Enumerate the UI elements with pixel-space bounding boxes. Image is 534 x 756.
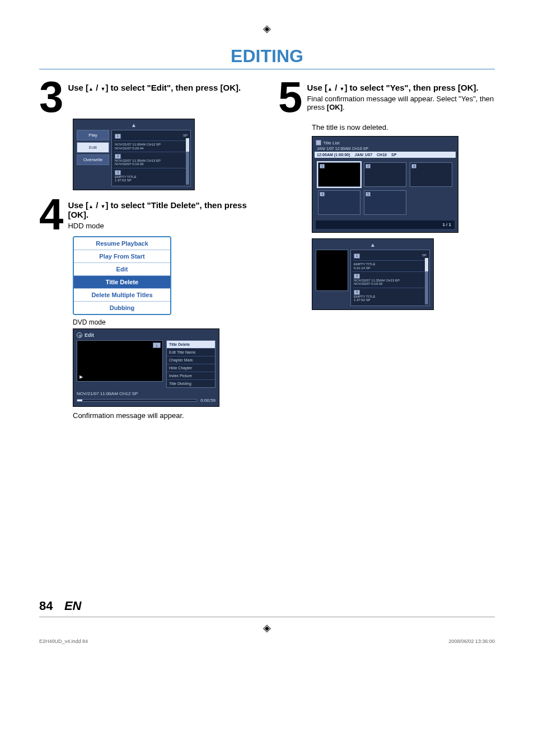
progress-bar[interactable] <box>77 399 197 402</box>
up-triangle-icon: ▲ <box>88 204 93 209</box>
cell-num: 5 <box>366 192 371 196</box>
panel-up-arrow-icon: ▲ <box>316 242 430 248</box>
edit-button[interactable]: Edit <box>77 142 109 153</box>
t: Use [ <box>307 83 327 92</box>
list-icon <box>316 140 321 145</box>
row-a: EMPTY TITLE <box>115 175 188 179</box>
row-num: 1 <box>115 134 121 139</box>
t: CH10 <box>377 153 387 157</box>
list-row[interactable]: 1 SP <box>353 252 428 260</box>
row-a: EMPTY TITLE <box>354 262 427 266</box>
menu-title-delete[interactable]: Title Delete <box>74 275 170 288</box>
row-a: NOV/22/07 11:35AM CH13 EP <box>115 159 188 163</box>
t: . <box>343 103 345 111</box>
preview-index: 1 <box>153 342 161 348</box>
row-num: 3 <box>115 170 121 175</box>
t: Use [ <box>68 200 88 210</box>
registration-mark-top: ◈ <box>39 22 495 35</box>
panel-right-list: 1 SP NOV/21/07 11:00AM CH12 SP NOV/21/07… <box>111 130 191 186</box>
footer: 84 EN <box>39 599 495 613</box>
t: 12:00AM (1:00:00) <box>317 153 350 157</box>
footer-file: E2H40UD_v4.indd 84 <box>39 638 88 644</box>
overwrite-button[interactable]: Overwrite <box>77 154 109 165</box>
t: ] to select "Edit", then press [OK]. <box>105 83 241 92</box>
row-num: 2 <box>354 274 360 279</box>
progress-time: 0:00:59 <box>200 398 216 403</box>
menu-edit[interactable]: Edit <box>74 262 170 275</box>
title-list-meta: JAN/ 1/07 12:00AM CH10 SP <box>315 147 456 151</box>
scrollbar-thumb[interactable] <box>425 258 428 271</box>
dvd-preview: 1 ▶ <box>77 340 163 382</box>
disc-icon <box>77 332 82 338</box>
t: / <box>93 200 101 210</box>
dvd-menu-chapter-mark[interactable]: Chapter Mark <box>167 356 215 364</box>
footer-date: 2008/06/02 13:36:00 <box>448 638 495 644</box>
menu-play-from-start[interactable]: Play From Start <box>74 250 170 262</box>
play-button[interactable]: Play <box>77 130 109 140</box>
row-b: NOV/22/07 0:10:33 <box>115 162 188 166</box>
list-row[interactable]: 3 EMPTY TITLE 1:37:52 SP <box>353 288 428 304</box>
step-number-5: 5 <box>278 79 302 114</box>
scrollbar[interactable] <box>425 258 428 304</box>
title-cell[interactable]: 2 <box>364 162 406 187</box>
step-3: 3 Use [▲ / ▼] to select "Edit", then pre… <box>39 79 256 114</box>
menu-resume-playback[interactable]: Resume Playback <box>74 237 170 250</box>
menu-delete-multiple[interactable]: Delete Multiple Titles <box>74 288 170 301</box>
step-3-text: Use [▲ / ▼] to select "Edit", then press… <box>68 79 241 92</box>
menu-dubbing[interactable]: Dubbing <box>74 301 170 314</box>
dvd-menu-edit-title-name[interactable]: Edit Title Name <box>167 348 215 356</box>
hdd-mode-label: HDD mode <box>68 222 256 230</box>
dvd-edit-menu: Title Delete Edit Title Name Chapter Mar… <box>166 340 216 388</box>
list-row[interactable]: 3 EMPTY TITLE 1:37:52 SP <box>114 168 189 184</box>
t: Edit <box>85 332 94 338</box>
list-row[interactable]: 2 NOV/22/07 11:35AM CH13 EP NOV/22/07 0:… <box>114 152 189 168</box>
list-row[interactable]: 2 NOV/22/07 11:35AM CH13 EP NOV/22/07 0:… <box>353 271 428 288</box>
t: [OK] <box>327 103 343 111</box>
step5-panel: ▲ 1 SP EMPTY TITLE 0:21:14 SP 2 <box>312 238 434 309</box>
page-indicator: 1 / 1 <box>316 220 455 229</box>
title-list-bar: 12:00AM (1:00:00) JAN/ 1/07 CH10 SP <box>315 152 456 158</box>
title-cell[interactable]: 4 <box>318 190 360 215</box>
row-a: EMPTY TITLE <box>354 295 427 299</box>
row-num: 2 <box>115 154 121 159</box>
row-num: 1 <box>354 253 360 259</box>
title-cell[interactable]: 5 <box>364 190 406 215</box>
title-list-head: Title List <box>315 139 456 147</box>
list-row[interactable]: NOV/21/07 11:00AM CH12 SP NOV/21/07 0:20… <box>114 140 189 152</box>
page-lang: EN <box>64 599 82 613</box>
t: ] to select "Yes", then press [OK]. <box>344 83 478 92</box>
dvd-menu-title-delete[interactable]: Title Delete <box>167 341 215 348</box>
step-number-4: 4 <box>39 197 63 232</box>
dvd-edit-panel: Edit 1 ▶ Title Delete Edit Title Name Ch… <box>73 328 219 407</box>
row-b: NOV/22/07 0:10:33 <box>354 282 427 286</box>
title-list-panel: Title List JAN/ 1/07 12:00AM CH10 SP 12:… <box>312 136 458 233</box>
dvd-mode-label: DVD mode <box>73 318 256 326</box>
title-cell[interactable]: 3 <box>410 162 452 187</box>
scrollbar[interactable] <box>186 138 189 184</box>
section-title: EDITING <box>39 46 495 67</box>
row-a: NOV/22/07 11:35AM CH13 EP <box>354 279 427 283</box>
panel-right-list: 1 SP EMPTY TITLE 0:21:14 SP 2 NOV/22/07 … <box>350 250 430 306</box>
registration-mark-bottom: ◈ <box>39 622 495 634</box>
title-cell[interactable]: 1 <box>318 162 360 187</box>
t: Title List <box>323 140 340 145</box>
row-b: 1:37:52 SP <box>115 179 188 182</box>
t: / <box>93 83 101 92</box>
step3-panel: ▲ Play Edit Overwrite 1 SP NOV/21/07 11:… <box>73 119 195 190</box>
t: JAN/ 1/07 <box>355 153 373 157</box>
list-row[interactable]: 1 SP <box>114 132 189 140</box>
cell-num: 2 <box>366 164 371 168</box>
title-grid: 1 2 3 4 5 <box>315 158 456 219</box>
step5-sub: Final confirmation message will appear. … <box>307 95 495 111</box>
footer-meta: E2H40UD_v4.indd 84 2008/06/02 13:36:00 <box>39 638 495 644</box>
panel-up-arrow-icon: ▲ <box>77 123 191 128</box>
list-row[interactable]: EMPTY TITLE 0:21:14 SP <box>353 260 428 271</box>
scrollbar-thumb[interactable] <box>186 138 189 152</box>
cell-num: 3 <box>411 164 416 168</box>
footer-rule <box>39 617 495 617</box>
step-4-text: Use [▲ / ▼] to select "Title Delete", th… <box>68 197 256 230</box>
dvd-menu-hide-chapter[interactable]: Hide Chapter <box>167 364 215 372</box>
dvd-menu-index-picture[interactable]: Index Picture <box>167 372 215 379</box>
step-5-text: Use [▲ / ▼] to select "Yes", then press … <box>307 79 495 111</box>
dvd-menu-title-dividing[interactable]: Title Dividing <box>167 379 215 387</box>
